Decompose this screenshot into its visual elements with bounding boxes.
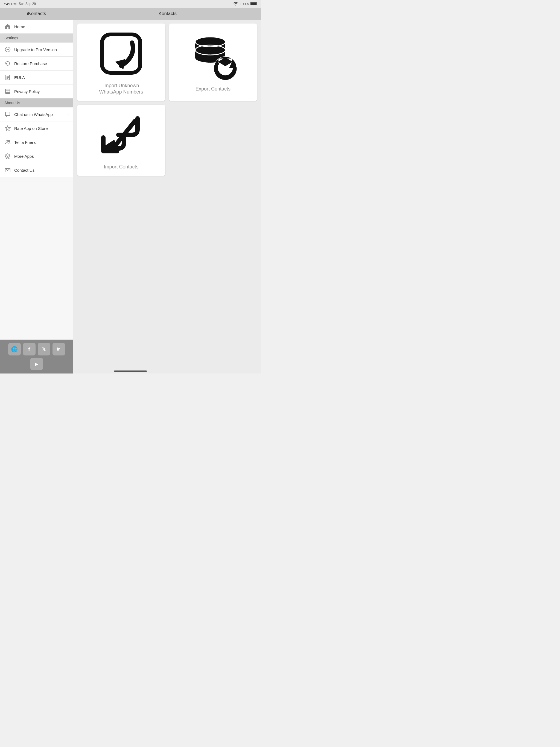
app-container: iKontacts iKontacts Home Settings xyxy=(0,8,261,374)
status-bar: 7:49 PM Sun Sep 29 100% xyxy=(0,0,261,8)
upgrade-icon xyxy=(4,46,11,53)
import-whatsapp-label: Import UnknownWhatsApp Numbers xyxy=(99,83,143,96)
more-apps-label: More Apps xyxy=(14,154,69,159)
svg-rect-8 xyxy=(5,89,10,94)
card-import-whatsapp[interactable]: Import UnknownWhatsApp Numbers xyxy=(77,24,165,101)
wifi-icon xyxy=(233,2,238,6)
home-label: Home xyxy=(14,24,69,29)
home-indicator xyxy=(114,370,147,372)
about-section-header: About Us xyxy=(0,98,73,107)
sidebar-title: iKontacts xyxy=(27,11,46,17)
sidebar-item-upgrade[interactable]: Upgrade to Pro Version xyxy=(0,43,73,57)
contact-label: Contact Us xyxy=(14,168,69,173)
svg-point-13 xyxy=(6,140,8,142)
sidebar-item-more-apps[interactable]: More Apps xyxy=(0,149,73,163)
upgrade-label: Upgrade to Pro Version xyxy=(14,47,69,52)
main-title: iKontacts xyxy=(157,11,177,17)
import-contacts-label: Import Contacts xyxy=(104,164,138,170)
chevron-right-icon: › xyxy=(67,112,69,117)
status-icons: 100% xyxy=(233,2,258,6)
twitter-button[interactable]: 𝕏 xyxy=(38,343,50,356)
import-contacts-icon xyxy=(97,110,146,159)
sidebar-item-home[interactable]: Home xyxy=(0,20,73,34)
sidebar: Home Settings Upgrade to Pro Version xyxy=(0,20,73,374)
nav-right-title: iKontacts xyxy=(73,8,261,20)
sidebar-item-rate[interactable]: Rate App on Store xyxy=(0,121,73,135)
body-area: Home Settings Upgrade to Pro Version xyxy=(0,20,261,374)
import-whatsapp-icon xyxy=(97,29,146,78)
social-bar: 🌐 f 𝕏 in ▶ xyxy=(0,340,73,374)
svg-marker-12 xyxy=(5,126,10,131)
battery-text: 100% xyxy=(240,2,249,6)
sidebar-item-privacy[interactable]: Privacy Policy xyxy=(0,84,73,98)
nav-bar: iKontacts iKontacts xyxy=(0,8,261,20)
card-import-contacts[interactable]: Import Contacts xyxy=(77,105,165,176)
main-content: Import UnknownWhatsApp Numbers xyxy=(73,20,261,374)
globe-button[interactable]: 🌐 xyxy=(8,343,21,356)
svg-marker-15 xyxy=(5,154,10,156)
chat-icon xyxy=(4,111,11,118)
export-contacts-label: Export Contacts xyxy=(196,86,230,92)
privacy-icon xyxy=(4,88,11,95)
home-icon xyxy=(4,23,11,30)
layers-icon xyxy=(4,153,11,159)
sidebar-item-whatsapp[interactable]: Chat us in WhatsApp › xyxy=(0,107,73,121)
card-export-contacts[interactable]: Export Contacts xyxy=(169,24,257,101)
tell-friend-label: Tell a Friend xyxy=(14,140,69,145)
restore-label: Restore Purchase xyxy=(14,61,69,66)
linkedin-button[interactable]: in xyxy=(52,343,65,356)
restore-icon xyxy=(4,60,11,67)
sidebar-item-contact[interactable]: Contact Us xyxy=(0,163,73,177)
eula-label: EULA xyxy=(14,75,69,80)
privacy-label: Privacy Policy xyxy=(14,89,69,94)
status-date: Sun Sep 29 xyxy=(19,2,36,6)
people-icon xyxy=(4,139,11,146)
sidebar-item-tell-friend[interactable]: Tell a Friend xyxy=(0,135,73,149)
svg-marker-18 xyxy=(115,59,125,70)
status-time: 7:49 PM xyxy=(3,2,17,6)
facebook-button[interactable]: f xyxy=(23,343,35,356)
about-label: About Us xyxy=(4,101,20,105)
settings-section-header: Settings xyxy=(0,34,73,43)
sidebar-item-eula[interactable]: EULA xyxy=(0,71,73,84)
battery-icon xyxy=(251,2,258,6)
rate-label: Rate App on Store xyxy=(14,126,69,131)
sidebar-item-restore[interactable]: Restore Purchase xyxy=(0,57,73,71)
svg-point-14 xyxy=(8,140,10,142)
eula-icon xyxy=(4,74,11,81)
svg-rect-1 xyxy=(251,2,256,5)
envelope-icon xyxy=(4,167,11,173)
settings-label: Settings xyxy=(4,36,18,40)
youtube-button[interactable]: ▶ xyxy=(30,358,43,370)
star-icon xyxy=(4,125,11,131)
whatsapp-label: Chat us in WhatsApp xyxy=(14,112,64,117)
nav-left-title: iKontacts xyxy=(0,8,73,20)
export-contacts-icon xyxy=(188,32,238,81)
